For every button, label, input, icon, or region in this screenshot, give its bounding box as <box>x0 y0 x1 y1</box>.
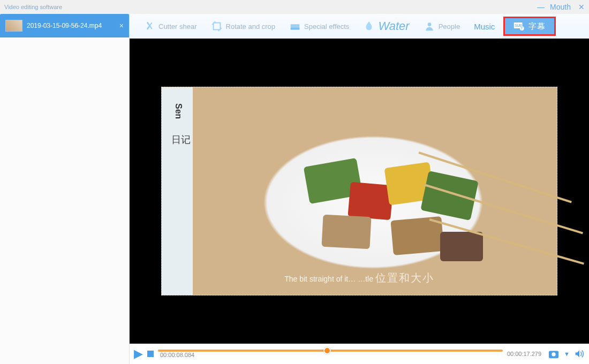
file-name: 2019-03-15-09-56-24.mp4 <box>27 22 115 29</box>
toolbar-rotate[interactable]: Rotate and crop <box>206 18 281 34</box>
svg-rect-0 <box>213 23 220 30</box>
crop-rotate-icon <box>211 20 223 32</box>
subtitle-overlay-cn: 位置和大小 <box>375 272 434 284</box>
toolbar: Cutter shear Rotate and crop Special eff… <box>130 14 589 39</box>
toolbar-rotate-label: Rotate and crop <box>226 22 276 31</box>
toolbar-subtitle[interactable]: SUBT 字幕 <box>503 17 556 36</box>
toolbar-people[interactable]: People <box>418 18 465 34</box>
window-label: Mouth <box>550 3 571 11</box>
people-icon <box>424 20 435 32</box>
snapshot-button[interactable] <box>548 348 560 359</box>
file-sidebar: 2019-03-15-09-56-24.mp4 × <box>0 14 130 364</box>
toolbar-people-label: People <box>439 22 460 31</box>
scissors-icon <box>144 20 155 32</box>
file-tab[interactable]: 2019-03-15-09-56-24.mp4 × <box>0 14 129 37</box>
timeline-scrubber[interactable]: 00:00:08.084 <box>158 350 503 358</box>
play-button[interactable]: ▶ <box>134 347 143 361</box>
video-side-text-cn: 日记 <box>171 133 191 146</box>
toolbar-cutter[interactable]: Cutter shear <box>138 18 202 34</box>
video-preview: Sen 日记 The bit straight of it… …tle 位置和大… <box>130 39 589 344</box>
subtitle-icon: SUBT <box>514 20 525 32</box>
close-window-icon[interactable]: ✕ <box>578 3 585 11</box>
toolbar-cutter-label: Cutter shear <box>158 22 197 31</box>
time-duration: 00:00:17.279 <box>507 351 541 357</box>
toolbar-music[interactable]: Music <box>469 20 500 33</box>
effects-icon <box>289 20 301 32</box>
toolbar-subtitle-label: 字幕 <box>528 21 546 32</box>
chevron-down-icon[interactable]: ▼ <box>564 351 570 357</box>
stop-button[interactable] <box>147 351 154 357</box>
svg-rect-2 <box>291 28 300 30</box>
svg-point-9 <box>552 352 555 356</box>
play-controls: ▶ 00:00:08.084 00:00:17.279 ▼ <box>130 344 589 364</box>
video-side-text-en: Sen <box>173 103 183 119</box>
water-icon <box>363 20 375 32</box>
toolbar-music-label: Music <box>474 22 495 31</box>
toolbar-effects-label: Special effects <box>304 22 349 31</box>
toolbar-effects[interactable]: Special effects <box>284 18 354 34</box>
subtitle-overlay-en: The bit straight of it… …tle <box>284 275 373 283</box>
video-frame[interactable]: Sen 日记 The bit straight of it… …tle 位置和大… <box>161 87 557 295</box>
volume-button[interactable] <box>574 349 585 359</box>
time-current: 00:00:08.084 <box>160 352 503 358</box>
close-file-icon[interactable]: × <box>119 21 124 30</box>
app-title: Video editing software <box>4 4 62 10</box>
svg-point-3 <box>427 22 431 26</box>
toolbar-water-label: Water <box>378 19 409 33</box>
toolbar-water[interactable]: Water <box>358 17 414 35</box>
file-thumbnail <box>5 20 22 32</box>
svg-text:T: T <box>521 26 523 30</box>
minimize-icon[interactable]: — <box>537 3 545 11</box>
